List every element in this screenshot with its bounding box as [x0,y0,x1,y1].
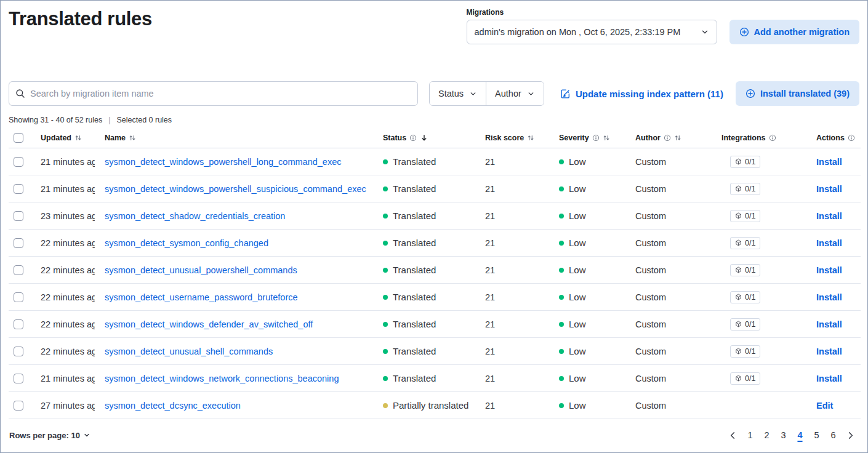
risk-score-cell: 21 [480,392,554,419]
integrations-badge[interactable]: 0/1 [730,237,760,249]
row-checkbox[interactable] [14,184,23,194]
sort-risk-score-button[interactable]: Risk score [485,134,534,142]
row-action-link[interactable]: Install [816,347,842,356]
row-action-link[interactable]: Install [816,319,842,329]
page-button-4[interactable]: 4 [792,427,808,443]
row-checkbox[interactable] [14,347,23,356]
summary-divider: | [108,116,110,124]
rule-name-link[interactable]: sysmon_detect_unusual_shell_commands [105,347,373,356]
status-label: Translated [393,265,436,275]
next-page-button[interactable] [842,431,859,440]
integrations-badge[interactable]: 0/1 [730,264,760,276]
status-label: Translated [393,156,436,167]
rule-name-link[interactable]: sysmon_detect_username_password_brutefor… [105,292,373,302]
severity-dot [559,268,564,273]
rule-name-link[interactable]: sysmon_detect_windows_defender_av_switch… [105,319,373,329]
severity-label: Low [569,183,586,194]
sortable-icon [74,134,82,142]
sortable-icon [603,134,610,142]
page-button-3[interactable]: 3 [776,427,791,443]
table-row: 27 minutes agosysmon_detect_dcsync_execu… [9,392,861,419]
row-action-link[interactable]: Edit [816,401,833,411]
prev-page-button[interactable] [725,431,741,440]
integrations-badge[interactable]: 0/1 [730,291,760,303]
migrations-label: Migrations [467,8,717,17]
select-all-checkbox[interactable] [14,133,23,143]
integrations-badge[interactable]: 0/1 [730,345,760,358]
row-checkbox[interactable] [14,292,23,302]
severity-label: Low [569,292,586,302]
row-checkbox[interactable] [14,157,23,167]
status-dot [383,214,388,218]
migrations-area: Migrations admin's migration on Mon , Oc… [467,8,859,44]
status-filter-button[interactable]: Status [430,82,486,105]
row-action-link[interactable]: Install [816,157,842,167]
info-icon [664,134,671,142]
row-action-link[interactable]: Install [816,292,842,302]
integrations-badge[interactable]: 0/1 [730,156,760,168]
rule-name-link[interactable]: sysmon_detect_sysmon_config_changed [105,238,373,248]
risk-score-cell: 21 [480,311,554,338]
integrations-badge[interactable]: 0/1 [730,372,760,385]
table-row: 22 minutes agosysmon_detect_unusual_shel… [9,338,861,365]
install-translated-button[interactable]: Install translated (39) [736,81,859,106]
integrations-badge[interactable]: 0/1 [730,183,760,195]
author-filter-button[interactable]: Author [486,82,544,105]
sort-status-button[interactable]: Status [383,134,428,142]
integrations-count: 0/1 [745,212,755,220]
integrations-badge[interactable]: 0/1 [730,318,760,331]
package-icon [735,375,742,382]
page-header: Translated rules Migrations admin's migr… [9,8,859,44]
updated-cell: 21 minutes ago [41,184,95,194]
author-cell: Custom [630,148,717,175]
row-checkbox[interactable] [14,401,23,411]
row-action-link[interactable]: Install [816,374,842,383]
page-button-5[interactable]: 5 [809,427,824,443]
sort-updated-button[interactable]: Updated [41,134,82,142]
severity-dot [559,159,564,164]
sort-name-button[interactable]: Name [105,134,136,142]
row-checkbox[interactable] [14,374,23,383]
row-checkbox[interactable] [14,319,23,329]
rule-name-link[interactable]: sysmon_detect_windows_powershell_suspici… [105,184,373,194]
row-checkbox[interactable] [14,265,23,275]
integrations-badge[interactable]: 0/1 [730,210,760,222]
severity-dot [559,349,564,354]
author-cell: Custom [630,257,717,284]
info-icon [769,134,776,142]
update-index-pattern-button[interactable]: Update missing index pattern (11) [560,89,723,99]
row-action-link[interactable]: Install [816,184,842,194]
row-action-link[interactable]: Install [816,238,842,248]
page-button-1[interactable]: 1 [742,427,758,443]
rows-per-page-button[interactable]: Rows per page: 10 [9,431,90,440]
status-label: Translated [393,319,436,329]
row-action-link[interactable]: Install [816,211,842,221]
page-button-2[interactable]: 2 [759,427,774,443]
table-row: 22 minutes agosysmon_detect_username_pas… [9,284,861,311]
status-label: Translated [393,292,436,302]
migration-select[interactable]: admin's migration on Mon , Oct 6, 2025, … [467,20,717,44]
status-dot [383,376,388,381]
rule-name-link[interactable]: sysmon_detect_dcsync_execution [105,401,373,411]
table-row: 23 minutes agosysmon_detect_shadow_crede… [9,202,861,230]
table-header: Updated Name Status [9,129,861,148]
package-icon [735,267,742,273]
rule-name-link[interactable]: sysmon_detect_windows_network_connection… [105,374,373,383]
rule-name-link[interactable]: sysmon_detect_shadow_credentials_creatio… [105,211,373,221]
integrations-count: 0/1 [745,158,755,166]
row-action-link[interactable]: Install [816,265,842,275]
search-icon [15,89,25,98]
row-checkbox[interactable] [14,211,23,221]
sort-author-button[interactable]: Author [635,134,681,142]
search-input[interactable] [30,89,411,98]
updated-cell: 21 minutes ago [41,374,95,383]
add-migration-button[interactable]: Add another migration [729,20,859,44]
rule-name-link[interactable]: sysmon_detect_windows_powershell_long_co… [105,157,373,167]
row-checkbox[interactable] [14,238,23,248]
package-icon [735,348,742,355]
page-button-6[interactable]: 6 [826,427,841,443]
plus-circle-icon [745,89,755,98]
rule-name-link[interactable]: sysmon_detect_unusual_powershell_command… [105,265,373,275]
sort-severity-button[interactable]: Severity [559,134,610,142]
sortable-icon [674,134,681,142]
